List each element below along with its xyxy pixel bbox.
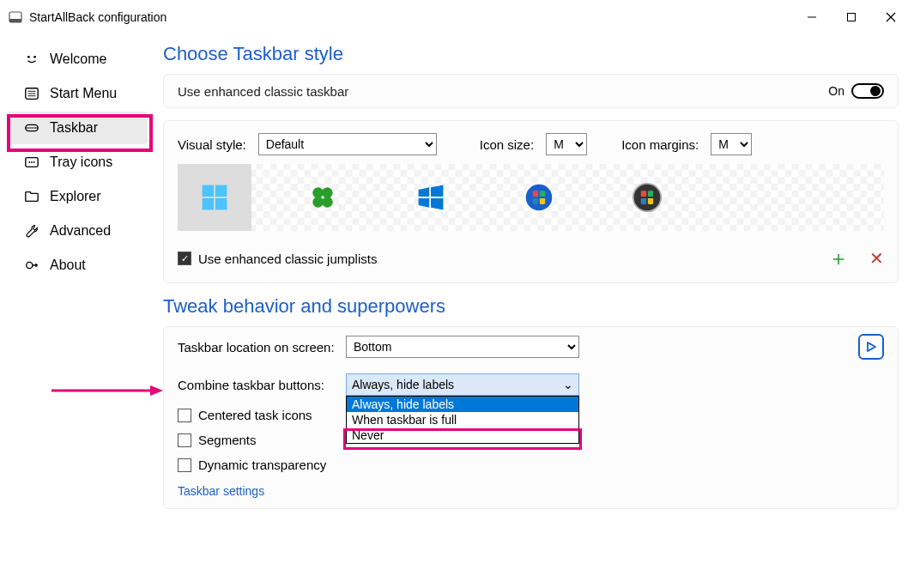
svg-rect-3 [848,14,856,21]
combine-dropdown-list: Always, hide labels When taskbar is full… [346,396,579,444]
svg-point-26 [322,197,333,208]
svg-point-32 [633,184,661,211]
enhanced-taskbar-label: Use enhanced classic taskbar [178,84,348,99]
svg-point-31 [525,184,553,211]
svg-point-7 [33,56,36,58]
sidebar-label: Start Menu [50,86,117,101]
svg-point-6 [27,56,30,58]
sidebar-item-explorer[interactable]: Explorer [7,180,148,213]
start-icon-win10[interactable] [394,164,468,231]
start-icon-win11[interactable] [178,164,251,231]
combine-select[interactable]: Always, hide labels ⌄ [346,373,579,396]
sidebar-item-startmenu[interactable]: Start Menu [7,77,148,110]
taskbar-settings-link[interactable]: Taskbar settings [164,477,898,508]
sidebar: Welcome Start Menu Taskbar Tray icons Ex… [0,34,154,588]
sidebar-item-welcome[interactable]: Welcome [7,43,148,76]
sidebar-item-taskbar[interactable]: Taskbar [7,112,148,144]
svg-point-18 [27,262,33,268]
add-icon-button[interactable]: ＋ [828,245,849,272]
svg-point-15 [28,161,30,163]
enhanced-taskbar-toggle[interactable] [851,83,884,99]
svg-rect-19 [203,185,215,197]
about-icon [24,258,39,273]
icon-margins-label: Icon margins: [621,137,699,152]
jumplists-label: Use enhanced classic jumplists [198,252,377,266]
card-enhanced-taskbar: Use enhanced classic taskbar On [163,74,899,108]
svg-rect-20 [215,185,227,197]
svg-rect-22 [215,198,227,210]
app-icon [9,10,22,24]
combine-option[interactable]: Always, hide labels [347,397,578,412]
sidebar-item-about[interactable]: About [7,249,148,282]
chevron-down-icon: ⌄ [563,378,573,391]
svg-point-17 [33,161,35,163]
start-icon-strip [178,164,884,231]
icon-size-label: Icon size: [480,137,534,152]
sidebar-label: About [50,258,86,273]
jumplists-checkbox[interactable]: ✓ [178,252,191,265]
folder-icon [24,189,39,204]
svg-marker-28 [431,185,443,197]
maximize-button[interactable] [832,4,871,30]
combine-option[interactable]: Never [347,427,578,443]
start-icon-clover[interactable] [286,164,360,231]
svg-marker-27 [419,187,430,197]
svg-point-23 [312,187,324,198]
svg-point-24 [322,187,333,198]
sidebar-label: Taskbar [50,120,98,136]
sidebar-item-tray[interactable]: Tray icons [7,146,148,179]
preview-button[interactable] [858,334,884,360]
sidebar-label: Advanced [50,223,111,239]
visual-style-label: Visual style: [178,137,246,152]
taskbar-icon [24,120,39,136]
visual-style-select[interactable]: Default [258,133,437,155]
smile-icon [24,52,39,67]
sidebar-label: Explorer [50,189,101,204]
menu-icon [24,86,39,101]
location-label: Taskbar location on screen: [178,340,341,355]
segments-label: Segments [198,433,257,447]
svg-marker-33 [868,342,875,351]
section-title-tweak: Tweak behavior and superpowers [163,295,899,318]
card-tweak: Taskbar location on screen: Bottom Combi… [163,326,899,509]
remove-icon-button[interactable]: ✕ [869,248,884,269]
content: Choose Taskbar style Use enhanced classi… [154,34,914,588]
card-visual-style: Visual style: Default Icon size: M Icon … [163,120,899,283]
centered-icons-label: Centered task icons [198,408,312,422]
toggle-state-label: On [828,84,844,98]
start-icon-win7-alt[interactable] [610,164,684,231]
window-title: StartAllBack configuration [29,10,792,24]
combine-option[interactable]: When taskbar is full [347,412,578,427]
tray-icon [24,155,39,170]
svg-marker-29 [419,198,430,208]
svg-rect-1 [9,19,21,22]
segments-checkbox[interactable] [178,433,191,447]
sidebar-label: Tray icons [50,155,112,170]
svg-marker-30 [431,198,443,210]
combine-label: Combine taskbar buttons: [178,378,341,392]
svg-rect-21 [203,198,215,210]
start-icon-win7[interactable] [502,164,576,231]
minimize-button[interactable] [792,4,832,30]
section-title-style: Choose Taskbar style [163,43,899,65]
icon-size-select[interactable]: M [546,133,587,155]
wrench-icon [24,223,39,239]
sidebar-item-advanced[interactable]: Advanced [7,215,148,247]
icon-margins-select[interactable]: M [711,133,752,155]
centered-icons-checkbox[interactable] [178,409,191,422]
dynamic-transparency-label: Dynamic transparency [198,458,326,472]
svg-point-16 [31,161,33,163]
sidebar-label: Welcome [50,52,106,67]
dynamic-transparency-checkbox[interactable] [178,458,191,472]
titlebar: StartAllBack configuration [0,0,914,34]
location-select[interactable]: Bottom [346,336,579,358]
svg-point-25 [312,197,324,208]
close-button[interactable] [871,4,911,30]
